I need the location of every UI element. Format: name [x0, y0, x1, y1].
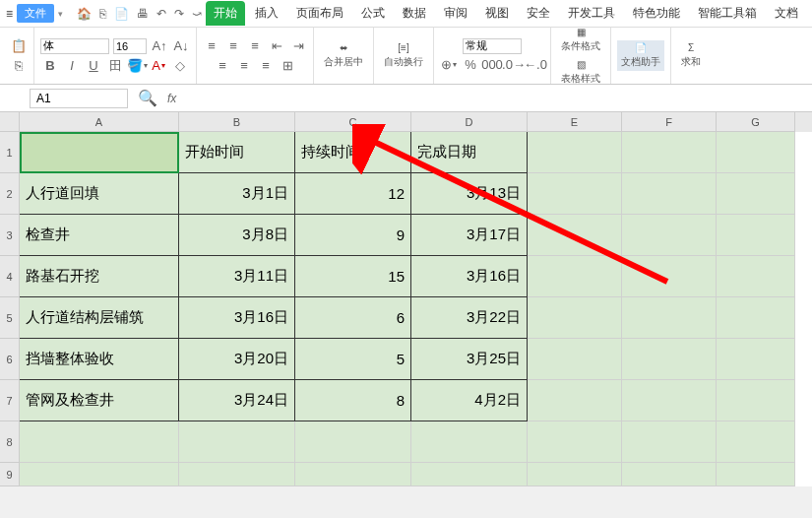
font-size-select[interactable]	[113, 38, 147, 54]
tab-review[interactable]: 审阅	[436, 1, 475, 26]
cell-e7[interactable]	[528, 380, 622, 421]
file-dropdown-icon[interactable]: ▾	[58, 9, 63, 19]
indent-right-icon[interactable]: ⇥	[289, 37, 307, 55]
cell-a1[interactable]	[20, 132, 179, 173]
tab-page-layout[interactable]: 页面布局	[288, 1, 351, 26]
cell-f6[interactable]	[622, 339, 717, 380]
cell-a3[interactable]: 检查井	[20, 215, 179, 256]
qat-save-icon[interactable]: ⎘	[99, 7, 106, 21]
cell-f5[interactable]	[622, 297, 717, 339]
cell-g1[interactable]	[717, 132, 795, 173]
tab-view[interactable]: 视图	[477, 1, 517, 26]
font-color-icon[interactable]: A	[150, 57, 167, 75]
align-top-icon[interactable]: ≡	[203, 37, 220, 55]
table-style-button[interactable]: ▧ 表格样式	[557, 57, 604, 88]
cell-f3[interactable]	[622, 215, 717, 256]
clear-format-icon[interactable]: ◇	[171, 57, 189, 75]
inc-decimal-icon[interactable]: .0→	[505, 56, 523, 74]
cell-b1[interactable]: 开始时间	[179, 132, 295, 173]
cell-c8[interactable]	[295, 421, 411, 463]
tab-data[interactable]: 数据	[395, 1, 434, 26]
cell-f1[interactable]	[622, 132, 717, 173]
col-header-d[interactable]: D	[411, 112, 528, 132]
cell-b6[interactable]: 3月20日	[179, 339, 295, 380]
indent-left-icon[interactable]: ⇤	[268, 37, 285, 55]
qat-more-icon[interactable]: ⤻	[192, 7, 202, 21]
qat-undo-icon[interactable]: ↶	[156, 7, 166, 21]
cell-a4[interactable]: 路基石开挖	[20, 256, 179, 297]
tab-smart-toolbox[interactable]: 智能工具箱	[690, 1, 765, 26]
row-header-2[interactable]: 2	[0, 173, 20, 215]
paste-icon[interactable]: 📋	[10, 37, 28, 55]
cell-e4[interactable]	[528, 256, 622, 297]
cell-b7[interactable]: 3月24日	[179, 380, 295, 421]
cell-b5[interactable]: 3月16日	[179, 297, 295, 339]
cell-e8[interactable]	[528, 421, 622, 463]
tab-dev-tools[interactable]: 开发工具	[560, 1, 623, 26]
cell-g9[interactable]	[717, 463, 795, 486]
tab-formula[interactable]: 公式	[353, 1, 393, 26]
row-header-5[interactable]: 5	[0, 297, 20, 339]
cell-a9[interactable]	[20, 463, 179, 486]
cell-d7[interactable]: 4月2日	[411, 380, 528, 421]
wrap-text-button[interactable]: [≡] 自动换行	[380, 40, 427, 71]
row-header-6[interactable]: 6	[0, 339, 20, 380]
cell-g6[interactable]	[717, 339, 795, 380]
cell-d1[interactable]: 完成日期	[411, 132, 528, 173]
cell-d5[interactable]: 3月22日	[411, 297, 528, 339]
row-header-4[interactable]: 4	[0, 256, 20, 297]
tab-doc[interactable]: 文档	[767, 1, 806, 26]
tab-start[interactable]: 开始	[206, 1, 245, 26]
row-header-8[interactable]: 8	[0, 421, 20, 463]
cell-d9[interactable]	[411, 463, 528, 486]
increase-font-icon[interactable]: A↑	[151, 37, 168, 55]
cell-c5[interactable]: 6	[295, 297, 411, 339]
cell-f8[interactable]	[622, 421, 717, 463]
col-header-a[interactable]: A	[20, 112, 179, 132]
row-header-7[interactable]: 7	[0, 380, 20, 421]
cell-c7[interactable]: 8	[295, 380, 411, 421]
row-header-9[interactable]: 9	[0, 463, 20, 486]
cell-a2[interactable]: 人行道回填	[20, 173, 179, 215]
cell-e1[interactable]	[528, 132, 622, 173]
align-right-icon[interactable]: ≡	[257, 57, 275, 75]
cell-e2[interactable]	[528, 173, 622, 215]
cell-b2[interactable]: 3月1日	[179, 173, 295, 215]
tab-insert[interactable]: 插入	[247, 1, 286, 26]
cell-g4[interactable]	[717, 256, 795, 297]
tab-security[interactable]: 安全	[519, 1, 558, 26]
percent-icon[interactable]: %	[462, 56, 479, 74]
cell-a6[interactable]: 挡墙整体验收	[20, 339, 179, 380]
row-header-1[interactable]: 1	[0, 132, 20, 173]
qat-print-icon[interactable]: 🖶	[137, 7, 149, 21]
cell-b3[interactable]: 3月8日	[179, 215, 295, 256]
font-name-select[interactable]	[40, 38, 109, 54]
fx-label[interactable]: fx	[167, 92, 176, 105]
align-middle-icon[interactable]: ≡	[224, 37, 242, 55]
merge-center-button[interactable]: ⬌ 合并居中	[320, 40, 367, 71]
insert-function-icon[interactable]: 🔍	[138, 89, 157, 107]
select-all-corner[interactable]	[0, 112, 20, 132]
col-header-f[interactable]: F	[622, 112, 717, 132]
merge-icon[interactable]: ⊞	[279, 57, 296, 75]
cell-e3[interactable]	[528, 215, 622, 256]
cell-c1[interactable]: 持续时间	[295, 132, 411, 173]
cell-f2[interactable]	[622, 173, 717, 215]
cell-e6[interactable]	[528, 339, 622, 380]
bold-icon[interactable]: B	[41, 57, 59, 75]
number-format-select[interactable]	[463, 38, 522, 54]
col-header-c[interactable]: C	[295, 112, 411, 132]
cell-c6[interactable]: 5	[295, 339, 411, 380]
cell-g8[interactable]	[717, 421, 795, 463]
row-header-3[interactable]: 3	[0, 215, 20, 256]
col-header-b[interactable]: B	[179, 112, 295, 132]
cell-e5[interactable]	[528, 297, 622, 339]
cell-f4[interactable]	[622, 256, 717, 297]
qat-redo-icon[interactable]: ↷	[174, 7, 184, 21]
cell-a8[interactable]	[20, 421, 179, 463]
cell-g7[interactable]	[717, 380, 795, 421]
fill-color-icon[interactable]: 🪣	[128, 57, 146, 75]
cell-f7[interactable]	[622, 380, 717, 421]
cell-c4[interactable]: 15	[295, 256, 411, 297]
tab-features[interactable]: 特色功能	[625, 1, 688, 26]
